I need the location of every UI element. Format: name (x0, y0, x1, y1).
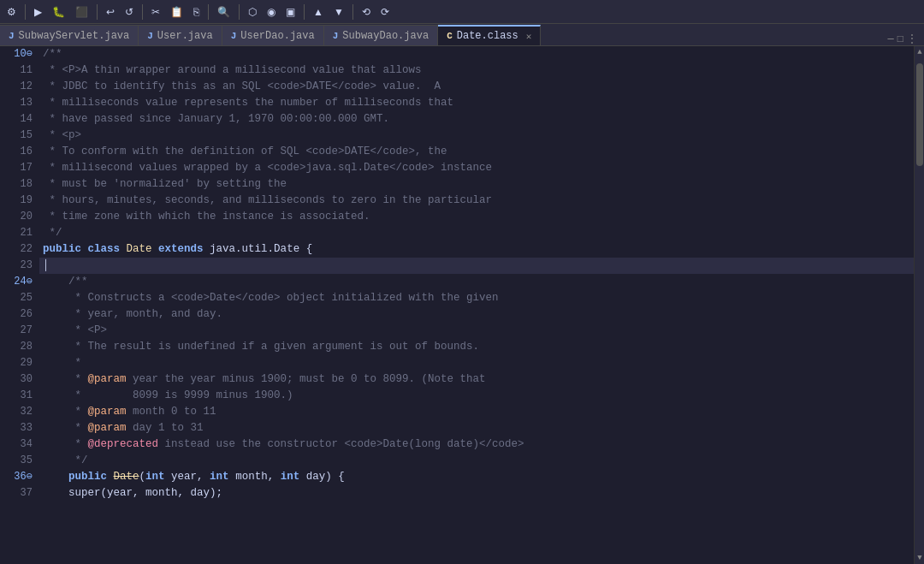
line-num-33: 33 (3, 420, 33, 436)
code-line-33: * @param day 1 to 31 (39, 420, 914, 436)
code-line-23[interactable]: │ (39, 258, 914, 274)
tab-label-user: User.java (157, 30, 213, 42)
toolbar-btn-nav1[interactable]: ⬡ (245, 4, 260, 20)
code-line-31: * 8099 is 9999 minus 1900.) (39, 388, 914, 404)
code-line-12: * JDBC to identify this as an SQL <code>… (39, 79, 914, 95)
line-num-21: 21 (3, 225, 33, 241)
line-num-25: 25 (3, 290, 33, 306)
tab-overflow: — □ ⋮ (881, 33, 924, 45)
toolbar: ⚙ ▶ 🐛 ⬛ ↩ ↺ ✂ 📋 ⎘ 🔍 ⬡ ◉ ▣ ▲ ▼ ⟲ ⟳ (0, 0, 924, 24)
line-num-22: 22 (3, 241, 33, 258)
tab-icon-subway-servlet: J (9, 31, 15, 41)
toolbar-btn-down[interactable]: ▼ (330, 4, 347, 20)
code-line-19: * hours, minutes, seconds, and milliseco… (39, 193, 914, 209)
tab-icon-user-dao: J (231, 31, 237, 41)
toolbar-btn-stop[interactable]: ⬛ (72, 4, 92, 20)
toolbar-btn-nav2[interactable]: ◉ (264, 4, 279, 20)
tab-icon-subway-dao: J (333, 31, 339, 41)
line-num-26: 26 (3, 306, 33, 323)
code-line-37: super(year, month, day); (39, 485, 914, 502)
code-line-27: * <P> (39, 323, 914, 339)
line-num-35: 35 (3, 453, 33, 469)
overflow-icon[interactable]: ⋮ (907, 33, 917, 45)
code-line-20: * time zone with which the instance is a… (39, 209, 914, 225)
toolbar-btn-redo[interactable]: ⟳ (377, 4, 393, 20)
line-num-15: 15 (3, 128, 33, 144)
toolbar-btn-nav3[interactable]: ▣ (282, 4, 299, 20)
tab-icon-date-class: C (447, 31, 453, 41)
toolbar-btn-back[interactable]: ↩ (103, 4, 118, 20)
toolbar-btn-run[interactable]: ▶ (31, 4, 45, 20)
code-area[interactable]: /** * <P>A thin wrapper around a millise… (39, 46, 914, 564)
tab-subway-dao[interactable]: J SubwayDao.java (324, 25, 438, 45)
line-num-13: 13 (3, 95, 33, 111)
toolbar-btn-paste[interactable]: ⎘ (190, 4, 203, 20)
code-line-14: * have passed since January 1, 1970 00:0… (39, 111, 914, 128)
code-line-15: * <p> (39, 128, 914, 144)
scrollbar[interactable]: ▲ ▼ (914, 46, 924, 564)
code-line-18: * must be 'normalized' by setting the (39, 176, 914, 193)
line-num-28: 28 (3, 339, 33, 355)
code-line-35: */ (39, 453, 914, 469)
code-line-10: /** (39, 46, 914, 62)
line-num-16: 16 (3, 144, 33, 160)
toolbar-btn-search[interactable]: 🔍 (214, 4, 234, 20)
tab-user[interactable]: J User.java (139, 25, 222, 45)
tab-close-date-class[interactable]: ✕ (526, 31, 532, 42)
toolbar-sep-4 (208, 4, 209, 20)
toolbar-btn-undo[interactable]: ⟲ (358, 4, 374, 20)
scrollbar-down-button[interactable]: ▼ (915, 552, 924, 564)
toolbar-sep-1 (25, 4, 26, 20)
toolbar-sep-5 (239, 4, 240, 20)
toolbar-sep-7 (352, 4, 353, 20)
code-line-16: * To conform with the definition of SQL … (39, 144, 914, 160)
line-num-30: 30 (3, 371, 33, 388)
scrollbar-up-button[interactable]: ▲ (915, 46, 924, 58)
line-num-23: 23 (3, 258, 33, 274)
line-num-31: 31 (3, 388, 33, 404)
line-num-11: 11 (3, 62, 33, 79)
line-num-32: 32 (3, 404, 33, 420)
code-line-11: * <P>A thin wrapper around a millisecond… (39, 62, 914, 79)
toolbar-btn-fwd[interactable]: ↺ (121, 4, 137, 20)
code-line-22: public class Date extends java.util.Date… (39, 241, 914, 258)
tab-subway-servlet[interactable]: J SubwayServlet.java (0, 25, 139, 45)
tab-label-date-class: Date.class (457, 30, 518, 42)
code-line-21: */ (39, 225, 914, 241)
toolbar-btn-1[interactable]: ⚙ (3, 4, 20, 20)
line-num-20: 20 (3, 209, 33, 225)
tab-label-subway-servlet: SubwayServlet.java (19, 30, 130, 42)
code-line-13: * milliseconds value represents the numb… (39, 95, 914, 111)
toolbar-btn-debug[interactable]: 🐛 (49, 4, 68, 20)
code-line-29: * (39, 355, 914, 371)
tab-user-dao[interactable]: J UserDao.java (222, 25, 324, 45)
toolbar-sep-2 (97, 4, 98, 20)
toolbar-btn-copy[interactable]: 📋 (167, 4, 187, 20)
line-num-18: 18 (3, 176, 33, 193)
minimize-icon[interactable]: — (888, 33, 894, 45)
tab-label-user-dao: UserDao.java (240, 30, 314, 42)
code-line-24: /** (39, 274, 914, 290)
code-line-36: public Date(int year, int month, int day… (39, 469, 914, 485)
maximize-icon[interactable]: □ (897, 33, 903, 45)
line-num-34: 34 (3, 436, 33, 453)
line-num-24[interactable]: 24⊖ (3, 274, 33, 290)
line-num-10[interactable]: 10⊖ (3, 46, 33, 62)
tab-date-class[interactable]: C Date.class ✕ (438, 25, 541, 45)
line-num-12: 12 (3, 79, 33, 95)
tab-label-subway-dao: SubwayDao.java (342, 30, 429, 42)
line-num-27: 27 (3, 323, 33, 339)
line-num-37: 37 (3, 485, 33, 502)
code-line-30: * @param year the year minus 1900; must … (39, 371, 914, 388)
tab-icon-user: J (147, 31, 153, 41)
code-line-25: * Constructs a <code>Date</code> object … (39, 290, 914, 306)
line-num-29: 29 (3, 355, 33, 371)
line-num-36[interactable]: 36⊖ (3, 469, 33, 485)
editor-container: 10⊖ 11 12 13 14 15 16 17 18 19 20 21 22 … (0, 46, 924, 564)
toolbar-btn-up[interactable]: ▲ (310, 4, 327, 20)
line-num-17: 17 (3, 160, 33, 176)
code-line-32: * @param month 0 to 11 (39, 404, 914, 420)
scrollbar-thumb[interactable] (916, 63, 923, 166)
code-line-34: * @deprecated instead use the constructo… (39, 436, 914, 453)
toolbar-btn-cut[interactable]: ✂ (148, 4, 163, 20)
